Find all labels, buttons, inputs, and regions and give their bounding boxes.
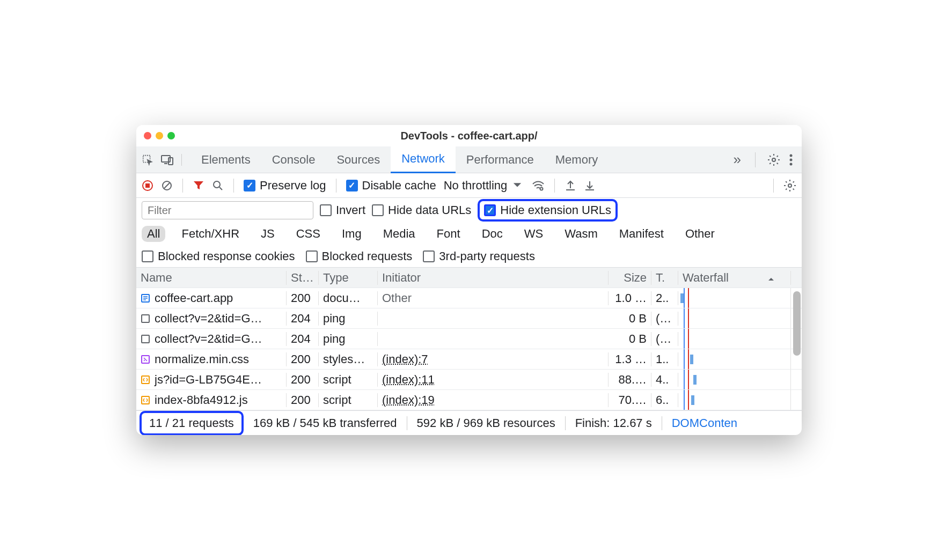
hide-extension-urls-label: Hide extension URLs xyxy=(500,203,611,217)
main-tabs-bar: ElementsConsoleSourcesNetworkPerformance… xyxy=(136,146,802,173)
hide-extension-urls-highlight: Hide extension URLs xyxy=(478,199,618,222)
tab-network[interactable]: Network xyxy=(391,146,456,173)
disable-cache-checkbox[interactable]: Disable cache xyxy=(346,179,436,193)
tab-memory[interactable]: Memory xyxy=(545,146,609,173)
col-initiator[interactable]: Initiator xyxy=(378,271,609,285)
invert-checkbox[interactable]: Invert xyxy=(320,203,365,217)
doc-file-icon xyxy=(141,293,150,303)
type-filter-media[interactable]: Media xyxy=(378,226,421,242)
preserve-log-label: Preserve log xyxy=(260,179,326,193)
network-conditions-icon[interactable] xyxy=(532,180,545,191)
more-tabs-button[interactable]: » xyxy=(729,151,745,168)
scrollbar-thumb[interactable] xyxy=(793,291,801,356)
css-file-icon xyxy=(141,355,150,364)
settings-icon[interactable] xyxy=(767,153,780,166)
kebab-menu-icon[interactable] xyxy=(789,153,793,166)
svg-point-11 xyxy=(540,187,543,190)
tab-sources[interactable]: Sources xyxy=(326,146,391,173)
request-status: 204 xyxy=(287,312,319,326)
third-party-label: 3rd-party requests xyxy=(439,249,535,263)
request-type: script xyxy=(319,373,378,387)
transferred-size: 169 kB / 545 kB transferred xyxy=(244,416,407,430)
request-initiator[interactable]: (index):19 xyxy=(378,393,609,407)
svg-point-12 xyxy=(788,184,792,187)
table-row[interactable]: collect?v=2&tid=G…204ping0 B(… xyxy=(136,308,802,329)
tab-console[interactable]: Console xyxy=(261,146,326,173)
clear-icon[interactable] xyxy=(161,180,173,191)
col-time[interactable]: T. xyxy=(651,271,678,285)
request-size: 88.… xyxy=(609,373,651,387)
type-filter-ws[interactable]: WS xyxy=(519,226,548,242)
svg-rect-15 xyxy=(142,335,149,343)
table-row[interactable]: collect?v=2&tid=G…204ping0 B(… xyxy=(136,329,802,349)
checkbox-icon xyxy=(244,180,255,191)
checkbox-icon xyxy=(320,204,332,216)
col-status[interactable]: St… xyxy=(287,271,319,285)
request-time: 1.. xyxy=(651,352,678,366)
request-name: normalize.min.css xyxy=(155,352,249,366)
request-initiator[interactable]: (index):7 xyxy=(378,352,609,366)
request-initiator[interactable]: (index):11 xyxy=(378,373,609,387)
checkbox-icon xyxy=(372,204,384,216)
table-row[interactable]: js?id=G-LB75G4E…200script(index):1188.…4… xyxy=(136,370,802,390)
type-filter-css[interactable]: CSS xyxy=(291,226,326,242)
hide-data-urls-label: Hide data URLs xyxy=(388,203,471,217)
request-status: 200 xyxy=(287,291,319,305)
blocked-requests-checkbox[interactable]: Blocked requests xyxy=(306,249,413,263)
chevron-down-icon xyxy=(510,182,524,189)
request-status: 200 xyxy=(287,393,319,407)
checkbox-icon xyxy=(484,204,496,216)
blocked-cookies-checkbox[interactable]: Blocked response cookies xyxy=(142,249,295,263)
request-waterfall xyxy=(678,349,791,369)
filter-input[interactable] xyxy=(142,201,313,219)
request-type: styles… xyxy=(319,352,378,366)
search-icon[interactable] xyxy=(212,180,224,191)
svg-point-10 xyxy=(214,181,220,188)
type-filter-manifest[interactable]: Manifest xyxy=(614,226,669,242)
main-tabs: ElementsConsoleSourcesNetworkPerformance… xyxy=(190,146,726,173)
request-status: 200 xyxy=(287,352,319,366)
type-filter-js[interactable]: JS xyxy=(255,226,280,242)
third-party-checkbox[interactable]: 3rd-party requests xyxy=(423,249,535,263)
upload-har-icon[interactable] xyxy=(565,180,576,191)
request-status: 204 xyxy=(287,332,319,346)
hide-data-urls-checkbox[interactable]: Hide data URLs xyxy=(372,203,471,217)
type-filter-font[interactable]: Font xyxy=(431,226,466,242)
table-row[interactable]: normalize.min.css200styles…(index):71.3 … xyxy=(136,349,802,370)
type-filter-fetch-xhr[interactable]: Fetch/XHR xyxy=(176,226,245,242)
download-har-icon[interactable] xyxy=(584,180,596,191)
type-filter-all[interactable]: All xyxy=(142,226,165,242)
invert-label: Invert xyxy=(336,203,365,217)
filter-icon[interactable] xyxy=(193,180,204,191)
network-settings-icon[interactable] xyxy=(783,179,796,192)
request-size: 0 B xyxy=(609,312,651,326)
blocked-requests-label: Blocked requests xyxy=(322,249,413,263)
hide-extension-urls-checkbox[interactable]: Hide extension URLs xyxy=(484,203,611,217)
type-filter-wasm[interactable]: Wasm xyxy=(559,226,603,242)
col-name[interactable]: Name xyxy=(136,271,287,285)
svg-point-3 xyxy=(772,158,775,161)
svg-point-6 xyxy=(790,163,793,165)
js-file-icon xyxy=(141,375,150,385)
throttling-select[interactable]: No throttling xyxy=(444,179,525,193)
dom-content-loaded[interactable]: DOMConten xyxy=(662,416,747,430)
table-row[interactable]: index-8bfa4912.js200script(index):1970.…… xyxy=(136,390,802,410)
type-filter-doc[interactable]: Doc xyxy=(477,226,508,242)
request-name: coffee-cart.app xyxy=(155,291,233,305)
table-header[interactable]: Name St… Type Initiator Size T. Waterfal… xyxy=(136,268,802,288)
col-size[interactable]: Size xyxy=(609,271,651,285)
table-row[interactable]: coffee-cart.app200docu…Other1.0 …2.. xyxy=(136,288,802,308)
col-waterfall[interactable]: Waterfall xyxy=(678,271,791,285)
sort-arrow-icon xyxy=(768,276,774,283)
col-type[interactable]: Type xyxy=(319,271,378,285)
type-filter-img[interactable]: Img xyxy=(336,226,367,242)
inspect-element-icon[interactable] xyxy=(142,154,153,166)
tab-performance[interactable]: Performance xyxy=(456,146,545,173)
preserve-log-checkbox[interactable]: Preserve log xyxy=(244,179,326,193)
tab-elements[interactable]: Elements xyxy=(190,146,261,173)
type-filter-other[interactable]: Other xyxy=(680,226,720,242)
device-toggle-icon[interactable] xyxy=(161,154,174,166)
request-time: 4.. xyxy=(651,373,678,387)
record-button[interactable] xyxy=(142,180,153,191)
request-size: 70.… xyxy=(609,393,651,407)
